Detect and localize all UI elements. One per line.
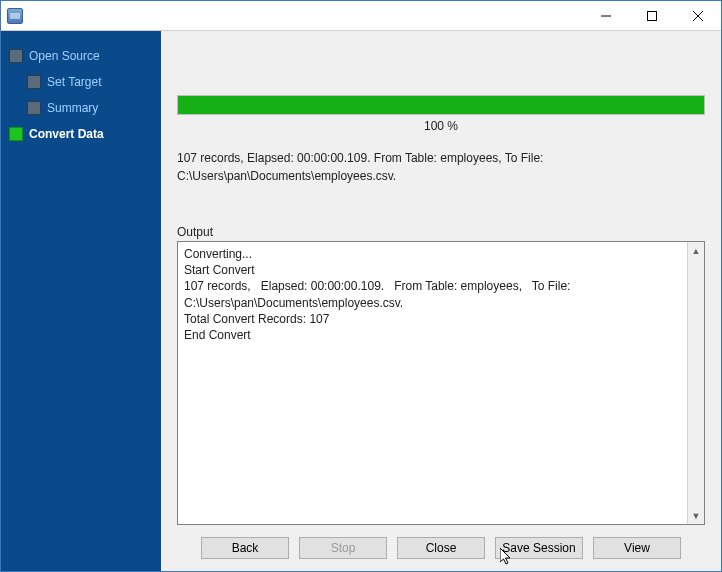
step-open-source[interactable]: Open Source [1, 43, 161, 69]
progress-bar [177, 95, 705, 115]
app-window: Open Source Set Target Summary Convert D… [0, 0, 722, 572]
scroll-up-icon[interactable]: ▲ [688, 242, 704, 259]
minimize-button[interactable] [583, 1, 629, 30]
step-label: Summary [47, 101, 98, 115]
step-box-icon [27, 75, 41, 89]
conversion-summary-text: 107 records, Elapsed: 00:00:00.109. From… [177, 149, 705, 185]
maximize-button[interactable] [629, 1, 675, 30]
close-button[interactable]: Close [397, 537, 485, 559]
output-scrollbar[interactable]: ▲ ▼ [687, 242, 704, 524]
step-set-target[interactable]: Set Target [1, 69, 161, 95]
stop-button: Stop [299, 537, 387, 559]
step-box-icon [27, 101, 41, 115]
output-text[interactable]: Converting... Start Convert 107 records,… [178, 242, 687, 524]
app-icon [7, 8, 23, 24]
titlebar [1, 1, 721, 31]
close-window-button[interactable] [675, 1, 721, 30]
view-button[interactable]: View [593, 537, 681, 559]
scroll-down-icon[interactable]: ▼ [688, 507, 704, 524]
window-controls [583, 1, 721, 30]
svg-rect-0 [648, 11, 657, 20]
save-session-button[interactable]: Save Session [495, 537, 583, 559]
button-row: Back Stop Close Save Session View [177, 525, 705, 559]
step-convert-data[interactable]: Convert Data [1, 121, 161, 147]
back-button[interactable]: Back [201, 537, 289, 559]
step-box-icon [9, 127, 23, 141]
body: Open Source Set Target Summary Convert D… [1, 31, 721, 571]
step-summary[interactable]: Summary [1, 95, 161, 121]
output-box: Converting... Start Convert 107 records,… [177, 241, 705, 525]
content-pane: 100 % 107 records, Elapsed: 00:00:00.109… [161, 31, 721, 571]
step-label: Set Target [47, 75, 101, 89]
output-label: Output [177, 225, 705, 239]
progress-fill [178, 96, 704, 114]
step-label: Convert Data [29, 127, 104, 141]
progress-section: 100 % [177, 95, 705, 133]
progress-label: 100 % [177, 119, 705, 133]
step-box-icon [9, 49, 23, 63]
wizard-sidebar: Open Source Set Target Summary Convert D… [1, 31, 161, 571]
step-label: Open Source [29, 49, 100, 63]
